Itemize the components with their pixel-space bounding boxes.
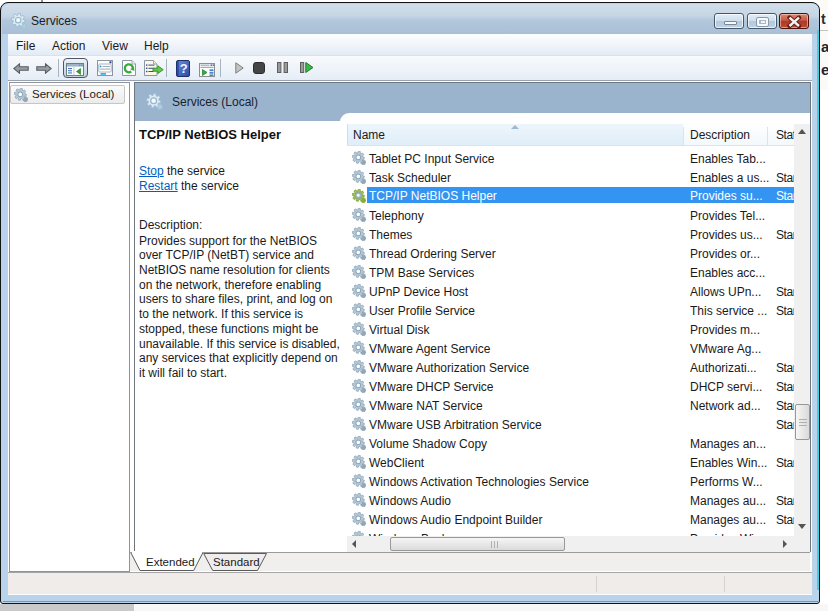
- svg-text:?: ?: [180, 61, 188, 76]
